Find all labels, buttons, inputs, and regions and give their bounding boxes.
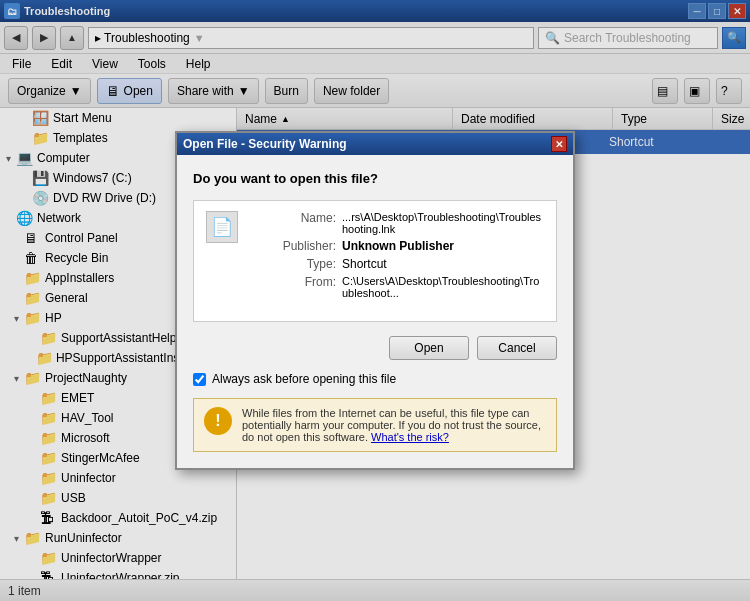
type-label: Type: — [256, 257, 336, 271]
type-value: Shortcut — [342, 257, 544, 271]
file-type-icon: 📄 — [206, 211, 238, 243]
modal-action-buttons: Open Cancel — [193, 336, 557, 360]
always-ask-label: Always ask before opening this file — [212, 372, 396, 386]
file-name-value: ...rs\A\Desktop\Troubleshooting\Troubles… — [342, 211, 544, 235]
name-label: Name: — [256, 211, 336, 235]
warning-panel: ! While files from the Internet can be u… — [193, 398, 557, 452]
publisher-label: Publisher: — [256, 239, 336, 253]
modal-title: Open File - Security Warning — [183, 137, 347, 151]
always-ask-row: Always ask before opening this file — [193, 372, 557, 386]
from-label: From: — [256, 275, 336, 299]
file-info-panel: 📄 Name: ...rs\A\Desktop\Troubleshooting\… — [193, 200, 557, 322]
warning-icon: ! — [204, 407, 232, 435]
modal-question: Do you want to open this file? — [193, 171, 557, 186]
modal-title-bar: Open File - Security Warning ✕ — [177, 133, 573, 155]
security-warning-dialog: Open File - Security Warning ✕ Do you wa… — [175, 131, 575, 470]
open-button[interactable]: Open — [389, 336, 469, 360]
from-value: C:\Users\A\Desktop\Troubleshooting\Troub… — [342, 275, 544, 299]
modal-close-button[interactable]: ✕ — [551, 136, 567, 152]
publisher-value: Unknown Publisher — [342, 239, 544, 253]
always-ask-checkbox[interactable] — [193, 373, 206, 386]
cancel-button[interactable]: Cancel — [477, 336, 557, 360]
modal-overlay: Open File - Security Warning ✕ Do you wa… — [0, 0, 750, 601]
whats-the-risk-link[interactable]: What's the risk? — [371, 431, 449, 443]
